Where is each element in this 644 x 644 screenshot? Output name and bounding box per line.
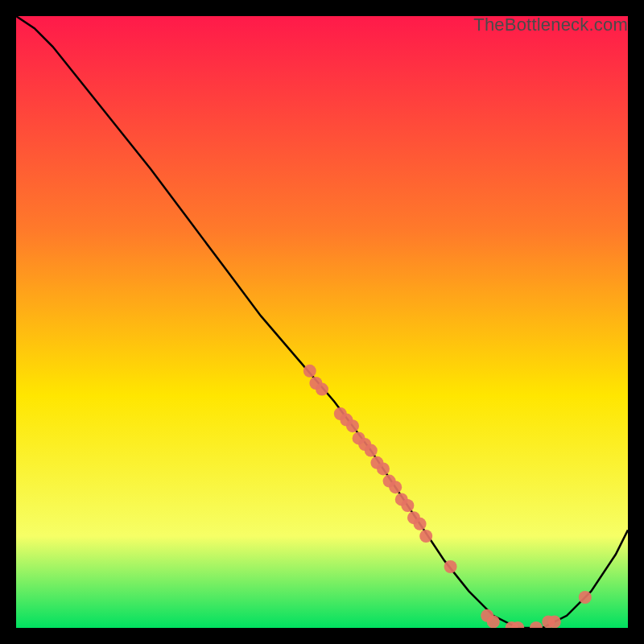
data-point	[414, 518, 427, 530]
watermark-text: TheBottleneck.com	[473, 14, 628, 35]
data-point	[419, 530, 432, 543]
bottleneck-plot	[16, 16, 628, 628]
data-point	[548, 615, 561, 628]
data-point	[487, 615, 500, 628]
data-point	[346, 419, 359, 432]
gradient-background	[16, 16, 628, 628]
data-point	[316, 383, 328, 396]
chart-frame: TheBottleneck.com	[16, 16, 628, 628]
data-point	[303, 365, 316, 378]
data-point	[444, 560, 457, 573]
data-point	[579, 591, 592, 604]
data-point	[365, 444, 378, 457]
data-point	[377, 462, 390, 475]
data-point	[389, 481, 402, 493]
data-point	[401, 499, 414, 512]
